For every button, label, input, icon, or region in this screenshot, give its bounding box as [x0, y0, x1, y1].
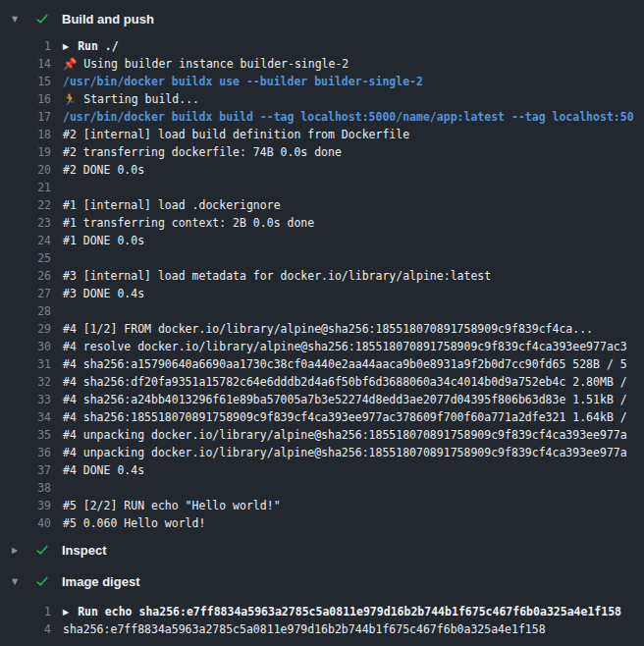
line-number: 19 [0, 143, 51, 161]
log-line: 15/usr/bin/docker buildx use --builder b… [0, 73, 644, 90]
line-text: sha256:e7ff8834a5963a2785c5a0811e979d16b… [63, 620, 546, 638]
line-number: 30 [0, 338, 51, 355]
line-number: 27 [0, 285, 51, 302]
log-line: 4sha256:e7ff8834a5963a2785c5a0811e979d16… [0, 620, 644, 638]
log-line: 22#1 [internal] load .dockerignore [0, 196, 644, 214]
log-line: 20#2 DONE 0.0s [0, 161, 644, 179]
line-number: 1 [0, 37, 51, 55]
line-number: 40 [0, 514, 51, 532]
log-line: 39#5 [2/2] RUN echo "Hello world!" [0, 497, 644, 514]
line-text: #4 unpacking docker.io/library/alpine@sh… [63, 444, 627, 461]
section-title: Build and push [62, 12, 154, 27]
section-body-build-and-push: 1▶Run ./14📌 Using builder instance build… [0, 37, 644, 532]
log-line: 14📌 Using builder instance builder-singl… [0, 55, 644, 73]
run-command-text: Run ./ [78, 39, 119, 53]
line-text: #2 DONE 0.0s [63, 161, 144, 179]
check-icon [34, 542, 50, 558]
log-line[interactable]: 1▶Run echo sha256:e7ff8834a5963a2785c5a0… [0, 603, 644, 620]
log-line: 25 [0, 249, 644, 267]
run-command-text: Run echo sha256:e7ff8834a5963a2785c5a081… [78, 605, 621, 619]
section-gap [0, 561, 644, 570]
line-number: 16 [0, 90, 51, 108]
line-number: 23 [0, 214, 51, 232]
line-text: 📌 Using builder instance builder-single-… [63, 55, 349, 73]
line-number: 34 [0, 408, 51, 426]
line-text: #3 [internal] load metadata for docker.i… [63, 267, 491, 285]
log-line: 27#3 DONE 0.4s [0, 285, 644, 302]
section-header-image-digest[interactable]: ▼Image digest [0, 570, 644, 592]
line-text: #4 sha256:df20fa9351a15782c64e6dddb2d4a6… [63, 373, 627, 391]
line-number: 33 [0, 391, 51, 408]
line-number: 25 [0, 249, 51, 267]
line-number: 39 [0, 497, 51, 514]
line-text: #2 [internal] load build definition from… [63, 126, 409, 143]
log-line: 40#5 0.060 Hello world! [0, 514, 644, 532]
log-line: 23#1 transferring context: 2B 0.0s done [0, 214, 644, 232]
line-text: /usr/bin/docker buildx build --tag local… [63, 108, 634, 126]
line-text: 🏃 Starting build... [63, 90, 199, 108]
check-icon [34, 11, 50, 27]
line-text: #2 transferring dockerfile: 74B 0.0s don… [63, 143, 342, 161]
workflow-log-viewer: ▼Build and push1▶Run ./14📌 Using builder… [0, 0, 644, 646]
line-number: 1 [0, 603, 51, 620]
line-number: 38 [0, 479, 51, 497]
log-line: 36#4 unpacking docker.io/library/alpine@… [0, 444, 644, 461]
expand-arrow-icon[interactable]: ▶ [63, 38, 69, 55]
line-number: 28 [0, 302, 51, 320]
line-number: 37 [0, 461, 51, 479]
line-text: #5 [2/2] RUN echo "Hello world!" [63, 497, 281, 514]
section-header-build-and-push[interactable]: ▼Build and push [0, 8, 644, 29]
line-number: 20 [0, 161, 51, 179]
log-line: 26#3 [internal] load metadata for docker… [0, 267, 644, 285]
chevron-down-icon[interactable]: ▼ [12, 577, 26, 586]
log-line: 17/usr/bin/docker buildx build --tag loc… [0, 108, 644, 126]
log-line: 33#4 sha256:a24bb4013296f61e89ba57005a7b… [0, 391, 644, 408]
chevron-down-icon[interactable]: ▼ [12, 15, 26, 24]
line-text: ▶Run echo sha256:e7ff8834a5963a2785c5a08… [63, 603, 621, 620]
line-text: /usr/bin/docker buildx use --builder bui… [63, 73, 423, 90]
line-number: 14 [0, 55, 51, 73]
log-line: 21 [0, 179, 644, 196]
line-number: 31 [0, 355, 51, 373]
line-text: #4 resolve docker.io/library/alpine@sha2… [63, 338, 627, 355]
section-title: Image digest [62, 574, 139, 589]
log-line: 34#4 sha256:185518070891758909c9f839cf4c… [0, 408, 644, 426]
line-text: #4 DONE 0.4s [63, 461, 144, 479]
log-line: 16🏃 Starting build... [0, 90, 644, 108]
log-line: 29#4 [1/2] FROM docker.io/library/alpine… [0, 320, 644, 338]
line-text: #5 0.060 Hello world! [63, 514, 205, 532]
line-text: ▶Run ./ [63, 37, 119, 55]
line-text: #1 DONE 0.0s [63, 232, 144, 249]
check-icon [34, 573, 50, 589]
log-line: 18#2 [internal] load build definition fr… [0, 126, 644, 143]
line-text: #4 sha256:a15790640a6690aa1730c38cf0a440… [63, 355, 627, 373]
line-text: #1 transferring context: 2B 0.0s done [63, 214, 314, 232]
line-number: 35 [0, 426, 51, 444]
line-number: 21 [0, 179, 51, 196]
log-line: 28 [0, 302, 644, 320]
log-line: 35#4 unpacking docker.io/library/alpine@… [0, 426, 644, 444]
line-number: 15 [0, 73, 51, 90]
expand-arrow-icon[interactable]: ▶ [63, 604, 69, 620]
log-line: 38 [0, 479, 644, 497]
section-body-image-digest: 1▶Run echo sha256:e7ff8834a5963a2785c5a0… [0, 603, 644, 638]
section-title: Inspect [62, 543, 107, 558]
line-number: 22 [0, 196, 51, 214]
line-number: 29 [0, 320, 51, 338]
chevron-right-icon[interactable]: ▶ [12, 546, 26, 555]
line-text: #1 [internal] load .dockerignore [63, 196, 281, 214]
line-number: 24 [0, 232, 51, 249]
line-text: #4 sha256:185518070891758909c9f839cf4ca3… [63, 408, 627, 426]
log-line: 32#4 sha256:df20fa9351a15782c64e6dddb2d4… [0, 373, 644, 391]
line-text: #4 sha256:a24bb4013296f61e89ba57005a7b3e… [63, 391, 627, 408]
section-gap [0, 532, 644, 539]
log-line: 37#4 DONE 0.4s [0, 461, 644, 479]
log-line: 31#4 sha256:a15790640a6690aa1730c38cf0a4… [0, 355, 644, 373]
section-header-inspect[interactable]: ▶Inspect [0, 539, 644, 561]
log-line[interactable]: 1▶Run ./ [0, 37, 644, 55]
line-number: 18 [0, 126, 51, 143]
log-line: 19#2 transferring dockerfile: 74B 0.0s d… [0, 143, 644, 161]
line-number: 36 [0, 444, 51, 461]
line-text: #4 [1/2] FROM docker.io/library/alpine@s… [63, 320, 593, 338]
log-line: 24#1 DONE 0.0s [0, 232, 644, 249]
